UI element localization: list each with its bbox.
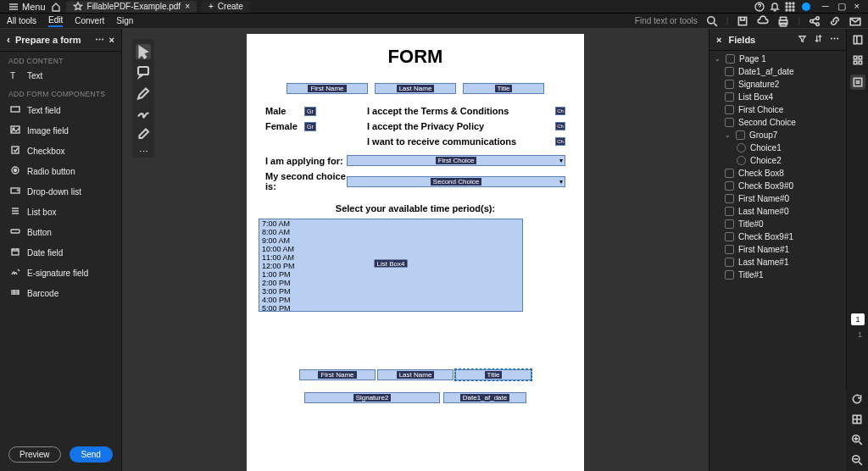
tree-item[interactable]: List Box4 [709, 91, 846, 103]
field-last-name-1[interactable]: Last Name [377, 369, 453, 380]
item-dropdown[interactable]: Drop-down list [0, 181, 121, 202]
print-icon[interactable] [777, 15, 789, 27]
tree-item[interactable]: First Choice [709, 103, 846, 116]
tree-item[interactable]: Title#1 [709, 269, 846, 281]
item-radio[interactable]: Radio button [0, 161, 121, 181]
back-icon[interactable]: ‹ [7, 34, 10, 46]
tree-item[interactable]: Signature2 [709, 78, 846, 91]
checkbox-comm[interactable]: Ch [555, 137, 565, 146]
zoom-in-icon[interactable] [851, 434, 863, 447]
tree-item[interactable]: Check Box9#1 [709, 230, 846, 243]
item-barcode[interactable]: Barcode [0, 283, 121, 303]
preview-button[interactable]: Preview [8, 446, 61, 463]
listbox-times[interactable]: 7:00 AM 8:00 AM 9:00 AM 10:00 AM 11:00 A… [259, 219, 523, 312]
refresh-icon[interactable] [851, 393, 863, 407]
radio-male[interactable]: Gr [304, 107, 316, 116]
tree-page[interactable]: ⌄Page 1 [709, 53, 846, 65]
highlight-tool[interactable] [136, 85, 151, 100]
item-image-field[interactable]: Image field [0, 120, 121, 141]
field-last-name[interactable]: Last Name [375, 83, 456, 94]
list-item[interactable]: 7:00 AM [259, 219, 522, 228]
list-item[interactable]: 1:00 PM [259, 270, 522, 279]
list-item[interactable]: 3:00 PM [259, 287, 522, 296]
help-icon[interactable] [754, 2, 765, 12]
tree-item[interactable]: Last Name#1 [709, 256, 846, 269]
save-icon[interactable] [737, 15, 748, 27]
comment-tool[interactable] [136, 64, 151, 80]
share-icon[interactable] [809, 15, 821, 27]
cloud-icon[interactable] [757, 15, 769, 27]
item-checkbox[interactable]: Checkbox [0, 141, 121, 161]
filter-icon[interactable] [798, 34, 807, 45]
maximize-icon[interactable]: ▢ [837, 1, 846, 12]
tree-item[interactable]: Check Box8 [709, 167, 846, 180]
item-esign[interactable]: E-signature field [0, 263, 121, 283]
tree-item[interactable]: Choice2 [709, 154, 846, 167]
avatar[interactable] [802, 3, 810, 11]
checkbox-pp[interactable]: Ch [555, 122, 565, 130]
more-icon[interactable]: ⋯ [95, 35, 104, 46]
menu-button[interactable]: Menu [3, 0, 51, 13]
page-number[interactable]: 1 [851, 313, 865, 325]
radio-female[interactable]: Gr [304, 122, 316, 131]
link-icon[interactable] [829, 15, 841, 27]
close-icon[interactable]: × [185, 2, 190, 11]
home-icon[interactable] [51, 2, 61, 12]
tree-item[interactable]: Choice1 [709, 141, 846, 154]
tree-item[interactable]: Title#0 [709, 218, 846, 230]
field-date[interactable]: Date1_af_date [443, 392, 526, 403]
dropdown-first-choice[interactable]: First Choice [347, 155, 565, 166]
tab-alltools[interactable]: All tools [7, 16, 36, 25]
rail-fields-icon[interactable] [850, 75, 865, 90]
item-button[interactable]: Button [0, 222, 121, 242]
list-item[interactable]: 2:00 PM [259, 279, 522, 287]
checkbox-tc[interactable]: Ch [555, 107, 565, 115]
select-tool[interactable] [136, 44, 151, 59]
bell-icon[interactable] [770, 2, 780, 12]
list-item[interactable]: 8:00 AM [259, 228, 522, 236]
zoom-out-icon[interactable] [851, 454, 863, 468]
tree-item[interactable]: Check Box9#0 [709, 180, 846, 192]
tree-group[interactable]: ⌄Group7 [709, 129, 846, 141]
erase-tool[interactable] [136, 125, 151, 141]
fit-icon[interactable] [851, 413, 863, 427]
tab-convert[interactable]: Convert [75, 16, 104, 25]
tab-edit[interactable]: Edit [48, 15, 63, 27]
tree-item[interactable]: First Name#1 [709, 243, 846, 256]
sort-icon[interactable] [814, 34, 823, 45]
dropdown-second-choice[interactable]: Second Choice [347, 176, 565, 187]
field-signature[interactable]: Signature2 [304, 392, 440, 403]
rail-panel-icon[interactable] [852, 34, 864, 46]
close-fields-icon[interactable]: × [716, 35, 721, 45]
item-text-field[interactable]: Text field [0, 100, 121, 120]
field-title[interactable]: Title [463, 83, 544, 94]
tab-sign[interactable]: Sign [116, 16, 133, 25]
item-text[interactable]: TText [0, 67, 121, 85]
create-tab[interactable]: +Create [202, 1, 250, 13]
list-item[interactable]: 9:00 AM [259, 236, 522, 245]
mail-icon[interactable] [849, 15, 861, 27]
list-item[interactable]: 10:00 AM [259, 245, 522, 253]
field-title-1[interactable]: Title [455, 369, 531, 380]
list-item[interactable]: 5:00 PM [259, 304, 522, 312]
tree-item[interactable]: First Name#0 [709, 192, 846, 205]
list-item[interactable]: 4:00 PM [259, 296, 522, 304]
send-button[interactable]: Send [70, 446, 113, 463]
field-first-name-1[interactable]: First Name [299, 369, 376, 380]
field-first-name[interactable]: First Name [287, 83, 368, 94]
close-panel-icon[interactable]: × [109, 35, 114, 45]
tree-item[interactable]: Second Choice [709, 116, 846, 129]
item-listbox[interactable]: List box [0, 202, 121, 222]
tree-item[interactable]: Date1_af_date [709, 65, 846, 78]
more-tools[interactable]: ⋯ [136, 146, 151, 158]
document-tab[interactable]: FillablePDF-Example.pdf× [66, 1, 197, 13]
tree-item[interactable]: Last Name#0 [709, 205, 846, 218]
rail-thumbs-icon[interactable] [852, 54, 864, 66]
close-window-icon[interactable]: × [854, 1, 860, 12]
search-icon[interactable] [706, 15, 718, 27]
more-fields-icon[interactable]: ⋯ [830, 34, 839, 45]
item-date[interactable]: Date field [0, 242, 121, 263]
minimize-icon[interactable]: ─ [822, 1, 829, 12]
apps-icon[interactable] [785, 2, 795, 12]
draw-tool[interactable] [136, 105, 151, 120]
